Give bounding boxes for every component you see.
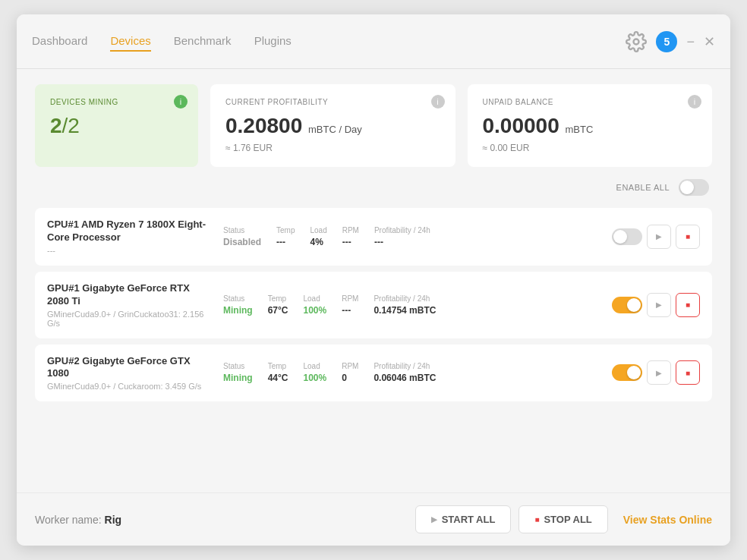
device-temp-cpu1: ---	[276, 237, 295, 247]
close-button[interactable]: ✕	[704, 35, 715, 49]
device-stat-load-gpu2: Load 100%	[303, 362, 326, 383]
profitability-card: i CURRENT PROFITABILITY 0.20800 mBTC / D…	[210, 84, 455, 167]
device-profit-gpu1: 0.14754 mBTC	[374, 305, 436, 316]
device-stat-profit-gpu2: Profitability / 24h 0.06046 mBTC	[374, 362, 436, 383]
main-content: i DEVICES MINING 2/2 i CURRENT PROFITABI…	[17, 69, 730, 492]
device-load-gpu1: 100%	[303, 305, 326, 316]
device-stat-status-cpu1: Status Disabled	[223, 226, 261, 247]
enable-all-toggle[interactable]	[679, 179, 709, 196]
device-stat-profit-cpu1: Profitability / 24h ---	[374, 226, 430, 247]
device-actions-gpu1: ▶ ■	[612, 293, 700, 317]
device-load-cpu1: 4%	[310, 237, 326, 247]
device-status-gpu2: Mining	[223, 373, 253, 383]
profitability-label: CURRENT PROFITABILITY	[225, 98, 440, 106]
devices-list: CPU#1 AMD Ryzen 7 1800X Eight-Core Proce…	[35, 208, 712, 401]
device-stats-gpu1: Status Mining Temp 67°C Load 100% RPM --…	[223, 294, 603, 316]
tab-dashboard[interactable]: Dashboard	[32, 31, 87, 52]
balance-info-icon[interactable]: i	[688, 95, 701, 109]
device-stat-load-gpu1: Load 100%	[303, 294, 326, 316]
stop-all-button[interactable]: ■ STOP ALL	[518, 505, 607, 533]
enable-all-label: ENABLE ALL	[616, 183, 670, 192]
devices-mining-card: i DEVICES MINING 2/2	[35, 84, 198, 167]
device-stat-rpm-gpu1: RPM ---	[342, 294, 358, 316]
stats-row: i DEVICES MINING 2/2 i CURRENT PROFITABI…	[35, 84, 712, 167]
device-profit-cpu1: ---	[374, 237, 430, 247]
start-all-button[interactable]: ▶ START ALL	[415, 505, 512, 533]
footer: Worker name: Rig ▶ START ALL ■ STOP ALL …	[17, 492, 730, 546]
device-stat-rpm-gpu2: RPM 0	[342, 362, 358, 383]
device-actions-gpu2: ▶ ■	[612, 360, 700, 385]
device-stats-cpu1: Status Disabled Temp --- Load 4% RPM ---	[223, 226, 603, 247]
device-stop-button-cpu1[interactable]: ■	[676, 225, 700, 249]
table-row: GPU#1 Gigabyte GeForce RTX 2080 Ti GMine…	[35, 272, 712, 338]
device-name-cpu1: CPU#1 AMD Ryzen 7 1800X Eight-Core Proce…	[47, 219, 214, 244]
device-stats-gpu2: Status Mining Temp 44°C Load 100% RPM 0	[223, 362, 603, 383]
device-status-cpu1: Disabled	[223, 237, 261, 247]
enable-all-row: ENABLE ALL	[35, 179, 712, 196]
device-rpm-cpu1: ---	[342, 237, 359, 247]
profitability-value: 0.20800 mBTC / Day	[225, 114, 440, 138]
balance-label: UNPAID BALANCE	[483, 98, 698, 106]
table-row: GPU#2 Gigabyte GeForce GTX 1080 GMinerCu…	[35, 344, 712, 402]
balance-sub: ≈ 0.00 EUR	[483, 143, 698, 153]
table-row: CPU#1 AMD Ryzen 7 1800X Eight-Core Proce…	[35, 208, 712, 266]
devices-mining-info-icon[interactable]: i	[174, 95, 188, 109]
device-temp-gpu2: 44°C	[268, 373, 288, 383]
start-all-play-icon: ▶	[431, 515, 437, 524]
tab-benchmark[interactable]: Benchmark	[174, 31, 232, 52]
device-stop-button-gpu2[interactable]: ■	[676, 360, 700, 385]
device-stat-load-cpu1: Load 4%	[310, 226, 326, 247]
profitability-sub: ≈ 1.76 EUR	[225, 143, 440, 153]
device-stop-button-gpu1[interactable]: ■	[676, 293, 700, 317]
device-rpm-gpu1: ---	[342, 305, 358, 316]
device-toggle-gpu1[interactable]	[612, 297, 642, 313]
device-stat-profit-gpu1: Profitability / 24h 0.14754 mBTC	[374, 294, 436, 316]
device-info-gpu1: GPU#1 Gigabyte GeForce RTX 2080 Ti GMine…	[47, 282, 214, 328]
worker-name-display: Worker name: Rig	[35, 514, 415, 526]
tab-devices[interactable]: Devices	[110, 31, 150, 52]
devices-mining-value: 2/2	[50, 114, 183, 138]
device-load-gpu2: 100%	[303, 373, 326, 383]
device-rpm-gpu2: 0	[342, 373, 358, 383]
device-stat-temp-cpu1: Temp ---	[276, 226, 295, 247]
device-sub-gpu1: GMinerCuda9.0+ / GrinCuckatoo31: 2.156 G…	[47, 310, 214, 328]
app-window: Dashboard Devices Benchmark Plugins 5 − …	[17, 14, 730, 546]
device-info-gpu2: GPU#2 Gigabyte GeForce GTX 1080 GMinerCu…	[47, 355, 214, 392]
svg-point-0	[634, 39, 639, 44]
minimize-button[interactable]: −	[686, 35, 695, 49]
device-stat-status-gpu1: Status Mining	[223, 294, 253, 316]
device-toggle-gpu2[interactable]	[612, 364, 642, 381]
device-stat-status-gpu2: Status Mining	[223, 362, 253, 383]
device-name-gpu2: GPU#2 Gigabyte GeForce GTX 1080	[47, 355, 214, 381]
title-actions: 5 − ✕	[626, 31, 715, 52]
device-toggle-cpu1[interactable]	[612, 228, 642, 245]
profitability-info-icon[interactable]: i	[431, 95, 445, 109]
device-temp-gpu1: 67°C	[268, 305, 288, 316]
settings-icon[interactable]	[626, 31, 647, 52]
device-profit-gpu2: 0.06046 mBTC	[374, 373, 436, 383]
devices-mining-label: DEVICES MINING	[50, 98, 183, 106]
device-info-cpu1: CPU#1 AMD Ryzen 7 1800X Eight-Core Proce…	[47, 219, 214, 255]
device-play-button-gpu1[interactable]: ▶	[647, 293, 671, 317]
device-stat-temp-gpu2: Temp 44°C	[268, 362, 288, 383]
device-status-gpu1: Mining	[223, 305, 253, 316]
device-name-gpu1: GPU#1 Gigabyte GeForce RTX 2080 Ti	[47, 282, 214, 308]
stop-all-stop-icon: ■	[534, 515, 539, 524]
device-play-button-gpu2[interactable]: ▶	[647, 360, 671, 385]
title-bar: Dashboard Devices Benchmark Plugins 5 − …	[17, 14, 730, 69]
tab-plugins[interactable]: Plugins	[254, 31, 292, 52]
view-stats-link[interactable]: View Stats Online	[623, 514, 712, 526]
notification-badge[interactable]: 5	[656, 31, 677, 52]
footer-actions: ▶ START ALL ■ STOP ALL View Stats Online	[415, 505, 712, 533]
device-sub-cpu1: ---	[47, 246, 214, 255]
device-actions-cpu1: ▶ ■	[612, 225, 700, 249]
balance-card: i UNPAID BALANCE 0.00000 mBTC ≈ 0.00 EUR	[468, 84, 713, 167]
balance-value: 0.00000 mBTC	[483, 114, 698, 138]
device-stat-rpm-cpu1: RPM ---	[342, 226, 359, 247]
device-stat-temp-gpu1: Temp 67°C	[268, 294, 288, 316]
device-sub-gpu2: GMinerCuda9.0+ / Cuckaroom: 3.459 G/s	[47, 382, 214, 391]
nav-tabs: Dashboard Devices Benchmark Plugins	[32, 31, 626, 52]
device-play-button-cpu1[interactable]: ▶	[647, 225, 671, 249]
